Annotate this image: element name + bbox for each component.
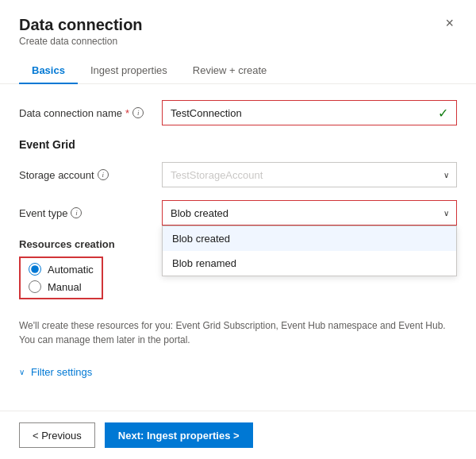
storage-account-select[interactable]: TestStorageAccount [162,162,457,187]
dialog-title-area: Data connection Create data connection [19,16,143,47]
radio-manual-item[interactable]: Manual [29,280,94,293]
event-type-select[interactable]: Blob created [162,200,457,226]
radio-manual-input[interactable] [29,280,41,293]
connection-name-value: TestConnection [171,107,242,119]
storage-account-info-icon[interactable]: i [98,169,109,180]
event-grid-section-title: Event Grid [19,138,457,151]
info-text: We'll create these resources for you: Ev… [19,318,457,347]
tab-review-create[interactable]: Review + create [180,58,280,84]
connection-name-input-wrapper: TestConnection ✓ [162,100,457,125]
next-button[interactable]: Next: Ingest properties > [105,422,253,448]
tab-bar: Basics Ingest properties Review + create [0,47,476,84]
connection-name-label: Data connection name * i [19,107,162,119]
required-indicator: * [125,107,129,119]
connection-name-info-icon[interactable]: i [132,107,144,118]
tab-ingest-properties[interactable]: Ingest properties [78,58,180,84]
filter-settings-chevron-icon: ∨ [19,368,25,376]
event-type-row: Event type i Blob created ∨ Blob created… [19,200,457,226]
filter-settings-label: Filter settings [31,366,92,378]
storage-account-label: Storage account i [19,169,162,181]
event-type-dropdown: Blob created Blob renamed [162,226,457,276]
storage-account-select-wrapper: TestStorageAccount ∨ [162,162,457,187]
radio-manual-label: Manual [48,281,82,293]
event-type-label: Event type i [19,207,162,219]
tab-basics[interactable]: Basics [19,58,78,84]
filter-settings-row[interactable]: ∨ Filter settings [19,360,457,384]
close-button[interactable]: × [442,16,457,30]
valid-check-icon: ✓ [438,106,448,121]
dialog-body: Data connection name * i TestConnection … [0,84,476,411]
dialog-subtitle: Create data connection [19,36,143,47]
dialog-title: Data connection [19,16,143,34]
connection-name-row: Data connection name * i TestConnection … [19,100,457,125]
data-connection-dialog: Data connection Create data connection ×… [0,0,476,459]
dialog-header: Data connection Create data connection × [0,0,476,47]
radio-automatic-input[interactable] [29,263,41,276]
event-type-select-wrapper: Blob created ∨ Blob created Blob renamed [162,200,457,226]
radio-automatic-item[interactable]: Automatic [29,263,94,276]
dropdown-item-blob-created[interactable]: Blob created [163,226,456,251]
event-type-info-icon[interactable]: i [71,207,82,218]
dropdown-item-blob-renamed[interactable]: Blob renamed [163,251,456,276]
resources-radio-group: Automatic Manual [19,256,103,299]
storage-account-row: Storage account i TestStorageAccount ∨ [19,162,457,187]
radio-automatic-label: Automatic [48,264,94,276]
previous-button[interactable]: < Previous [19,422,95,448]
dialog-footer: < Previous Next: Ingest properties > [0,411,476,459]
